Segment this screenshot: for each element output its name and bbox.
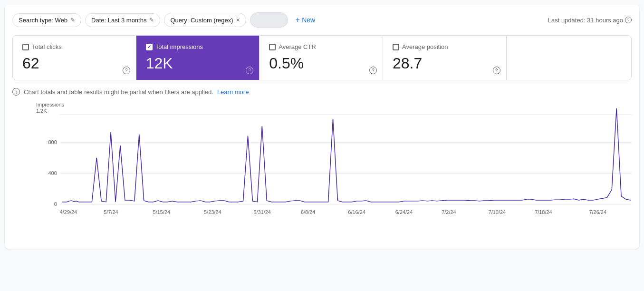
- total-impressions-checkbox[interactable]: [146, 44, 153, 50]
- x-label-7: 6/16/24: [348, 210, 365, 215]
- average-ctr-help-icon[interactable]: ?: [369, 67, 377, 74]
- total-clicks-checkbox[interactable]: [22, 44, 29, 50]
- query-filter[interactable]: Query: Custom (regex) ×: [164, 13, 246, 27]
- x-label-10: 7/10/24: [489, 210, 506, 215]
- chart-area: Impressions 1.2K 800 400 0 4/29/24 5/7/2…: [12, 101, 632, 241]
- main-container: Search type: Web ✎ Date: Last 3 months ✎…: [5, 5, 639, 249]
- last-updated: Last updated: 31 hours ago ?: [548, 17, 632, 24]
- query-label: Query: Custom (regex): [170, 17, 233, 24]
- x-label-1: 4/29/24: [60, 210, 77, 215]
- average-position-value: 28.7: [393, 54, 497, 72]
- date-edit-icon[interactable]: ✎: [149, 17, 154, 23]
- x-label-4: 5/23/24: [204, 210, 221, 215]
- info-message: Chart totals and table results might be …: [24, 88, 213, 96]
- date-label: Date: Last 3 months: [91, 17, 146, 24]
- total-clicks-value: 62: [22, 54, 126, 72]
- x-label-11: 7/18/24: [535, 210, 552, 215]
- y-tick-0: 0: [54, 202, 57, 207]
- last-updated-text: Last updated: 31 hours ago: [548, 17, 623, 24]
- metrics-empty-area: [507, 36, 631, 80]
- last-updated-help-icon[interactable]: ?: [625, 17, 632, 23]
- metric-average-position[interactable]: Average position 28.7 ?: [383, 36, 507, 80]
- x-label-6: 6/8/24: [301, 210, 316, 215]
- total-clicks-label: Total clicks: [32, 43, 62, 50]
- total-impressions-value: 12K: [146, 54, 250, 72]
- search-type-filter[interactable]: Search type: Web ✎: [12, 13, 81, 27]
- x-label-2: 5/7/24: [104, 210, 118, 215]
- info-icon: i: [12, 88, 20, 96]
- average-position-checkbox[interactable]: [393, 44, 399, 50]
- chart-svg: Impressions 1.2K 800 400 0 4/29/24 5/7/2…: [36, 101, 632, 225]
- total-impressions-label: Total impressions: [155, 43, 203, 50]
- learn-more-link[interactable]: Learn more: [217, 88, 249, 96]
- total-clicks-help-icon[interactable]: ?: [123, 67, 130, 74]
- date-filter[interactable]: Date: Last 3 months ✎: [85, 13, 160, 27]
- y-tick-400: 400: [48, 171, 57, 176]
- x-label-12: 7/26/24: [589, 210, 607, 215]
- filter-bar: Search type: Web ✎ Date: Last 3 months ✎…: [12, 12, 632, 28]
- new-button[interactable]: + New: [292, 13, 319, 27]
- impressions-line: [62, 108, 631, 202]
- plus-icon: +: [296, 16, 300, 24]
- metric-total-impressions[interactable]: Total impressions 12K ?: [136, 36, 260, 80]
- query-remove-icon[interactable]: ×: [236, 16, 240, 24]
- total-impressions-help-icon[interactable]: ?: [246, 67, 253, 74]
- y-axis-label: Impressions: [36, 102, 64, 108]
- x-label-5: 5/31/24: [253, 210, 271, 215]
- average-position-label: Average position: [402, 43, 448, 50]
- average-ctr-checkbox[interactable]: [269, 44, 276, 50]
- y-tick-800: 800: [48, 140, 57, 146]
- metrics-row: Total clicks 62 ? Total impressions 12K …: [12, 35, 632, 80]
- metric-total-clicks[interactable]: Total clicks 62 ?: [13, 36, 136, 80]
- x-label-8: 6/24/24: [395, 210, 413, 215]
- x-label-9: 7/2/24: [442, 210, 456, 215]
- search-type-label: Search type: Web: [19, 17, 67, 24]
- search-type-edit-icon[interactable]: ✎: [70, 17, 75, 23]
- new-button-label: New: [302, 16, 315, 24]
- metric-average-ctr[interactable]: Average CTR 0.5% ?: [260, 36, 383, 80]
- average-ctr-value: 0.5%: [269, 54, 373, 72]
- average-position-help-icon[interactable]: ?: [493, 67, 500, 74]
- y-axis-max-label: 1.2K: [36, 108, 47, 114]
- info-bar: i Chart totals and table results might b…: [12, 88, 632, 96]
- average-ctr-label: Average CTR: [279, 43, 316, 50]
- empty-filter-chip: [250, 12, 288, 28]
- x-label-3: 5/15/24: [153, 210, 171, 215]
